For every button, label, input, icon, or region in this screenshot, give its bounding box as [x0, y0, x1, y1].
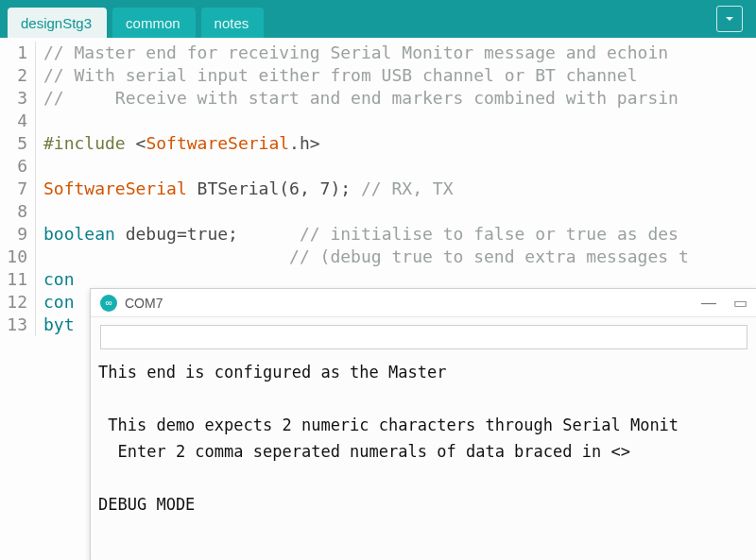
code-content[interactable] — [36, 200, 54, 223]
line-number: 5 — [0, 132, 36, 155]
code-line[interactable]: 7SoftwareSerial BTSerial(6, 7); // RX, T… — [0, 178, 756, 200]
line-number: 10 — [0, 246, 36, 268]
code-content[interactable]: // With serial input either from USB cha… — [36, 64, 638, 87]
tab-bar: designStg3 common notes — [0, 0, 756, 38]
line-number: 3 — [0, 87, 36, 110]
code-content[interactable]: #include <SoftwareSerial.h> — [36, 132, 320, 155]
line-number: 1 — [0, 42, 36, 64]
code-line[interactable]: 1// Master end for receiving Serial Moni… — [0, 42, 756, 64]
serial-output: This end is configured as the Master Thi… — [91, 355, 756, 521]
code-line[interactable]: 6 — [0, 155, 756, 178]
code-content[interactable]: // Receive with start and end markers co… — [36, 87, 679, 110]
serial-monitor-titlebar[interactable]: ∞ COM7 — ▭ — [91, 289, 756, 317]
minimize-button[interactable]: — — [701, 296, 716, 311]
line-number: 13 — [0, 314, 36, 336]
tab-label: common — [126, 15, 180, 31]
code-line[interactable]: 8 — [0, 200, 756, 223]
line-number: 9 — [0, 223, 36, 246]
code-content[interactable]: // Master end for receiving Serial Monit… — [36, 42, 668, 64]
code-content[interactable]: // (debug true to send extra messages t — [36, 246, 689, 268]
code-line[interactable]: 3// Receive with start and end markers c… — [0, 87, 756, 110]
code-content[interactable] — [36, 155, 54, 178]
tab-label: notes — [215, 15, 249, 31]
code-content[interactable]: con — [36, 291, 75, 314]
code-line[interactable]: 10 // (debug true to send extra messages… — [0, 246, 756, 268]
code-line[interactable]: 5#include <SoftwareSerial.h> — [0, 132, 756, 155]
tab-common[interactable]: common — [112, 8, 196, 38]
line-number: 6 — [0, 155, 36, 178]
maximize-button[interactable]: ▭ — [733, 296, 747, 311]
chevron-down-icon — [724, 13, 735, 25]
tab-menu-button[interactable] — [716, 6, 743, 32]
line-number: 2 — [0, 64, 36, 87]
code-line[interactable]: 4 — [0, 110, 756, 132]
code-content[interactable]: SoftwareSerial BTSerial(6, 7); // RX, TX — [36, 178, 454, 200]
code-content[interactable]: byt — [36, 314, 75, 336]
line-number: 8 — [0, 200, 36, 223]
serial-monitor-window: ∞ COM7 — ▭ This end is configured as the… — [90, 288, 756, 560]
serial-input[interactable] — [100, 325, 747, 349]
arduino-logo-icon: ∞ — [100, 295, 117, 312]
line-number: 7 — [0, 178, 36, 200]
line-number: 4 — [0, 110, 36, 132]
line-number: 11 — [0, 268, 36, 291]
tab-notes[interactable]: notes — [201, 8, 265, 38]
serial-monitor-title: COM7 — [125, 296, 701, 311]
code-line[interactable]: 9boolean debug=true; // initialise to fa… — [0, 223, 756, 246]
code-content[interactable] — [36, 110, 54, 132]
tab-designstg3[interactable]: designStg3 — [8, 8, 107, 38]
code-content[interactable]: con — [36, 268, 75, 291]
line-number: 12 — [0, 291, 36, 314]
code-line[interactable]: 2// With serial input either from USB ch… — [0, 64, 756, 87]
code-content[interactable]: boolean debug=true; // initialise to fal… — [36, 223, 679, 246]
serial-input-wrap — [100, 325, 747, 349]
tab-label: designStg3 — [21, 15, 92, 31]
